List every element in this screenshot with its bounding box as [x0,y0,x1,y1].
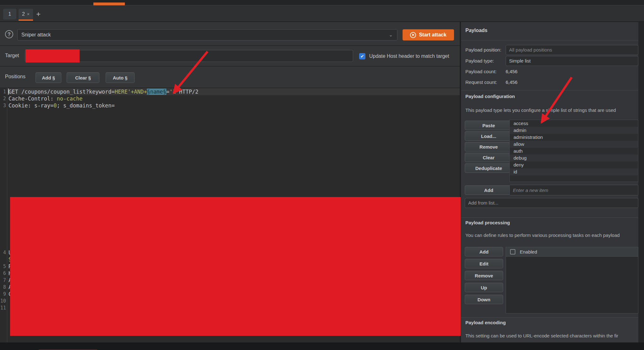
target-label: Target [5,53,19,58]
payloads-title: Payloads [465,28,487,33]
request-count-value: 6,456 [506,79,518,85]
line-number: 9 [0,291,6,298]
payload-list-item[interactable]: admin [510,127,638,134]
update-host-label: Update Host header to match target [369,53,449,59]
clear-button[interactable]: Clear [465,153,513,162]
section-rule [461,90,638,90]
attack-type-select[interactable]: Sniper attack ⌄ [17,29,397,41]
start-attack-button[interactable]: Start attack [402,29,454,41]
active-main-tab-accent [93,3,125,5]
enabled-column-header: Enabled [520,249,537,254]
line-number: 10 [0,298,6,304]
payload-processing-title: Payload processing [465,220,510,225]
add-from-list-select[interactable]: Add from list... [465,198,638,208]
attack-type-row: ? Sniper attack ⌄ Start attack [0,22,460,46]
payload-list-item[interactable]: auth [510,148,638,155]
line-number: 11 [0,304,6,311]
payload-encoding-title: Payload encoding [465,320,506,325]
line-number: 8 [0,284,6,291]
payloads-panel: Payloads Payload position: All payload p… [461,22,638,342]
add-marker-button[interactable]: Add § [36,72,61,83]
redaction-box-request-body [10,197,461,336]
redaction-box-target [25,49,80,63]
payload-list-item[interactable]: debug [510,155,638,161]
auto-marker-button[interactable]: Auto § [106,72,135,83]
line-number: 5 [0,263,6,270]
line-number: 1 [0,88,6,95]
processing-remove-button[interactable]: Remove [465,271,503,280]
deduplicate-button[interactable]: Deduplicate [465,163,513,173]
paste-button[interactable]: Paste [465,121,513,130]
request-line-2: Cache-Control: no-cache [8,95,82,102]
attack-type-value: Sniper attack [21,32,51,37]
enabled-checkbox[interactable] [510,249,515,254]
payload-list-item[interactable]: id [510,168,638,175]
main-tab-strip [0,0,644,5]
processing-up-button[interactable]: Up [465,283,503,292]
start-attack-label: Start attack [419,32,446,38]
processing-add-button[interactable]: Add [465,247,503,256]
payload-type-select[interactable]: Simple list [506,56,638,66]
payload-list-item[interactable]: allow [510,141,638,148]
active-tab-underline [19,19,33,21]
clear-marker-button[interactable]: Clear § [67,72,99,83]
right-scrollbar-track[interactable] [638,22,644,342]
payload-position-marker: §name§ [147,89,166,95]
help-icon[interactable]: ? [5,30,13,38]
remove-button[interactable]: Remove [465,142,513,151]
processing-table-header: Enabled [506,247,638,257]
line-number: 6 [0,270,6,277]
payload-processing-desc: You can define rules to perform various … [465,232,639,239]
payload-list[interactable]: access admin administration allow auth d… [509,120,638,182]
payload-type-label: Payload type: [465,58,494,63]
section-rule [461,40,638,41]
line-number: 2 [0,95,6,102]
positions-label: Positions [5,74,25,79]
payload-configuration-title: Payload configuration [465,94,515,99]
positions-row: Positions Add § Clear § Auto § [0,67,460,87]
section-rule [461,317,638,318]
close-icon[interactable]: × [27,12,30,17]
payload-list-item-clipped[interactable] [510,175,638,182]
payload-list-item[interactable]: access [510,120,638,127]
new-item-input[interactable] [509,185,638,195]
line-number: 4 [0,249,6,256]
line-number: 3 [0,102,6,109]
gutter-separator [7,87,7,342]
add-item-button[interactable]: Add [465,185,513,195]
tab-2-label: 2 [22,11,25,17]
payload-count-value: 6,456 [506,69,518,74]
processing-down-button[interactable]: Down [465,295,503,304]
payload-list-item[interactable]: deny [510,161,638,168]
attack-tab-bar: 1 2 × + [0,6,644,22]
attack-tab-1[interactable]: 1 [3,9,16,19]
payload-position-label: Payload position: [465,47,501,52]
request-count-label: Request count: [465,79,497,85]
section-rule [461,217,638,218]
processing-edit-button[interactable]: Edit [465,259,503,268]
burp-intruder-window: 1 2 × + ? Sniper attack ⌄ Start attack T… [0,0,644,350]
bottom-bar [0,342,644,350]
payload-encoding-desc: This setting can be used to URL-encode s… [465,333,639,339]
play-icon [410,32,416,38]
payload-position-select[interactable]: All payload positions [506,45,638,55]
new-tab-button[interactable]: + [35,9,42,19]
attack-tab-2[interactable]: 2 × [19,9,33,19]
line-number: 7 [0,277,6,284]
processing-rules-table[interactable]: Enabled [506,247,638,314]
chevron-down-icon: ⌄ [389,30,393,40]
request-line-3: Cookie: s-ray=0; s_domains_token= [8,102,115,109]
load-button[interactable]: Load... [465,131,513,141]
payload-list-item[interactable]: administration [510,134,638,141]
payload-configuration-desc: This payload type lets you configure a s… [465,107,639,114]
tab-1-label: 1 [8,11,11,17]
update-host-checkbox[interactable]: ✔ [359,53,365,59]
request-line-1: GET /coupons/coupon_list?keyword=HERE'+A… [8,88,198,95]
payload-count-label: Payload count: [465,69,497,74]
